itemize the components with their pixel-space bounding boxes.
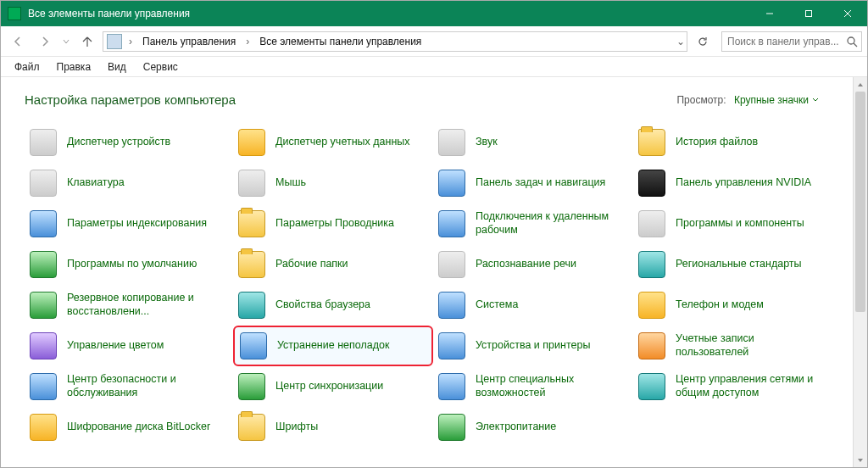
search-box[interactable] <box>721 31 862 52</box>
item-label: Управление цветом <box>67 339 164 353</box>
taskbar-icon <box>438 170 465 197</box>
menu-view[interactable]: Вид <box>101 59 133 75</box>
chevron-right-icon: › <box>244 36 251 47</box>
item-label: Центр безопасности и обслуживания <box>67 373 230 399</box>
item-devices-printers[interactable]: Устройства и принтеры <box>433 326 633 366</box>
backup-icon <box>30 292 57 319</box>
item-troubleshooting[interactable]: Устранение неполадок <box>233 326 433 366</box>
item-region[interactable]: Региональные стандарты <box>633 244 833 285</box>
menu-edit[interactable]: Правка <box>50 59 98 75</box>
item-label: Региональные стандарты <box>676 258 802 271</box>
device-manager-icon <box>30 129 57 156</box>
item-security-maintenance[interactable]: Центр безопасности и обслуживания <box>25 366 233 407</box>
item-explorer-options[interactable]: Параметры Проводника <box>233 203 433 244</box>
view-mode-dropdown[interactable]: Крупные значки <box>734 94 819 106</box>
item-internet-options[interactable]: Свойства браузера <box>233 285 433 326</box>
address-bar[interactable]: › Панель управления › Все элементы панел… <box>103 31 687 52</box>
fonts-icon <box>238 414 265 441</box>
item-credential-manager[interactable]: Диспетчер учетных данных <box>233 122 433 163</box>
search-input[interactable] <box>726 35 841 48</box>
item-user-accounts[interactable]: Учетные записи пользователей <box>633 326 833 366</box>
chevron-right-icon: › <box>127 36 134 47</box>
scroll-down-button[interactable] <box>854 453 867 467</box>
control-panel-icon <box>8 7 21 20</box>
menu-file[interactable]: Файл <box>8 59 47 75</box>
close-button[interactable] <box>828 1 867 26</box>
breadcrumb-seg-1[interactable]: Панель управления <box>139 36 239 47</box>
recent-dropdown[interactable] <box>60 30 72 53</box>
titlebar-left: Все элементы панели управления <box>1 7 190 20</box>
item-remote-desktop[interactable]: Подключения к удаленным рабочим <box>433 203 633 244</box>
back-button[interactable] <box>6 30 30 53</box>
window-controls <box>750 1 867 26</box>
file-history-icon <box>638 129 665 156</box>
item-sync-center[interactable]: Центр синхронизации <box>233 366 433 407</box>
items-grid: Диспетчер устройств Диспетчер учетных да… <box>25 122 844 448</box>
item-fonts[interactable]: Шрифты <box>233 407 433 448</box>
folder-options-icon <box>238 210 265 237</box>
item-label: Клавиатура <box>67 176 125 190</box>
item-indexing[interactable]: Параметры индексирования <box>25 203 233 244</box>
internet-options-icon <box>238 292 265 319</box>
item-default-programs[interactable]: Программы по умолчанию <box>25 244 233 285</box>
item-label: Резервное копирование и восстановлени... <box>67 292 230 318</box>
breadcrumb-seg-2[interactable]: Все элементы панели управления <box>256 36 425 47</box>
minimize-button[interactable] <box>750 1 789 26</box>
refresh-button[interactable] <box>691 31 715 52</box>
item-label: Система <box>476 298 518 312</box>
item-label: Рабочие папки <box>275 258 348 271</box>
item-backup[interactable]: Резервное копирование и восстановлени... <box>25 285 233 326</box>
item-label: Звук <box>476 136 498 149</box>
item-mouse[interactable]: Мышь <box>233 163 433 203</box>
forward-button[interactable] <box>33 30 57 53</box>
maximize-button[interactable] <box>789 1 828 26</box>
item-label: Телефон и модем <box>676 298 764 312</box>
item-nvidia[interactable]: Панель управления NVIDIA <box>633 163 833 203</box>
item-label: Свойства браузера <box>275 298 370 312</box>
content-header: Настройка параметров компьютера Просмотр… <box>25 92 844 122</box>
chevron-down-icon <box>812 97 819 103</box>
item-label: Шифрование диска BitLocker <box>67 421 210 434</box>
content-wrap: Настройка параметров компьютера Просмотр… <box>1 77 867 467</box>
flag-icon <box>30 373 57 400</box>
item-device-manager[interactable]: Диспетчер устройств <box>25 122 233 163</box>
chevron-down-icon[interactable]: ⌄ <box>676 36 685 47</box>
phone-icon <box>638 292 665 319</box>
menu-tools[interactable]: Сервис <box>136 59 185 75</box>
item-work-folders[interactable]: Рабочие папки <box>233 244 433 285</box>
item-keyboard[interactable]: Клавиатура <box>25 163 233 203</box>
speaker-icon <box>438 129 465 156</box>
scroll-thumb[interactable] <box>855 92 865 312</box>
microphone-icon <box>438 251 465 278</box>
item-color-mgmt[interactable]: Управление цветом <box>25 326 233 366</box>
item-power-options[interactable]: Электропитание <box>433 407 633 448</box>
item-bitlocker[interactable]: Шифрование диска BitLocker <box>25 407 233 448</box>
scrollbar[interactable] <box>853 77 867 467</box>
default-programs-icon <box>30 251 57 278</box>
item-label: Панель задач и навигация <box>476 176 605 190</box>
power-icon <box>438 414 465 441</box>
item-sound[interactable]: Звук <box>433 122 633 163</box>
item-label: Панель управления NVIDIA <box>676 176 811 190</box>
printer-icon <box>438 332 465 359</box>
item-ease-of-access[interactable]: Центр специальных возможностей <box>433 366 633 407</box>
globe-icon <box>638 251 665 278</box>
titlebar: Все элементы панели управления <box>1 1 867 26</box>
up-button[interactable] <box>75 30 99 53</box>
page-title: Настройка параметров компьютера <box>25 92 236 107</box>
search-icon <box>846 36 858 47</box>
programs-icon <box>638 210 665 237</box>
item-system[interactable]: Система <box>433 285 633 326</box>
item-speech[interactable]: Распознавание речи <box>433 244 633 285</box>
item-label: Учетные записи пользователей <box>676 332 830 359</box>
item-programs[interactable]: Программы и компоненты <box>633 203 833 244</box>
scroll-track[interactable] <box>854 92 867 453</box>
item-taskbar[interactable]: Панель задач и навигация <box>433 163 633 203</box>
scroll-up-button[interactable] <box>854 77 867 92</box>
item-label: Диспетчер учетных данных <box>275 136 410 149</box>
item-label: Мышь <box>275 176 306 190</box>
content: Настройка параметров компьютера Просмотр… <box>1 77 853 467</box>
item-network-sharing[interactable]: Центр управления сетями и общим доступом <box>633 366 833 407</box>
item-phone-modem[interactable]: Телефон и модем <box>633 285 833 326</box>
item-file-history[interactable]: История файлов <box>633 122 833 163</box>
